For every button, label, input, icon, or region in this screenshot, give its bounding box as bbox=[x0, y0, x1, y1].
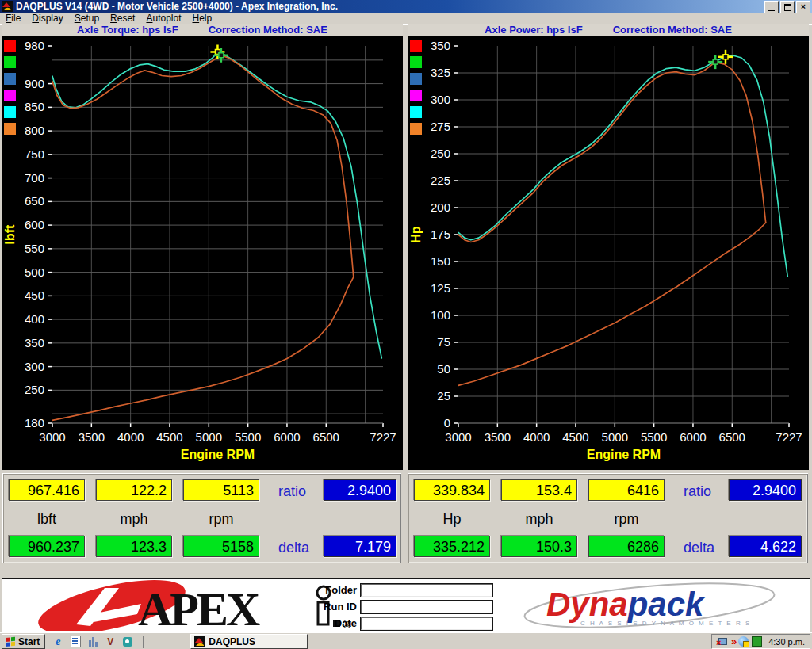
chart-canvas: 1802503003504004505005506006507007508008… bbox=[2, 36, 403, 470]
menu-bar: FileDisplaySetupResetAutoplotHelp bbox=[0, 13, 812, 25]
delta-label: delta bbox=[684, 540, 714, 556]
x-tick-label: 7227 bbox=[370, 430, 396, 444]
windows-logo-icon bbox=[5, 636, 16, 647]
torque-readout-panel: 967.416122.25113960.237123.35158lbftmphr… bbox=[2, 473, 401, 563]
menu-item-reset[interactable]: Reset bbox=[105, 13, 140, 24]
date-input[interactable] bbox=[361, 617, 492, 630]
channel-color-swatch-0[interactable] bbox=[410, 40, 422, 52]
y-tick-label: 550 bbox=[25, 242, 44, 255]
delta-value: 7.179 bbox=[324, 536, 396, 557]
x-tick-label: 7227 bbox=[776, 430, 802, 444]
secondary-value-rpm: 5158 bbox=[183, 536, 259, 557]
x-tick-label: 3000 bbox=[39, 430, 65, 444]
x-tick-label: 4000 bbox=[523, 430, 550, 444]
channel-color-swatch-3[interactable] bbox=[4, 90, 16, 101]
channel-color-swatch-3[interactable] bbox=[410, 90, 422, 101]
channel-color-swatch-4[interactable] bbox=[4, 106, 16, 118]
chart-canvas: 0255075100125150175200225250275300325350… bbox=[408, 36, 809, 470]
task-button-label: DAQPLUS bbox=[209, 636, 255, 647]
dynapack-pack: pack bbox=[627, 586, 706, 623]
app-icon bbox=[2, 1, 13, 12]
folder-input[interactable] bbox=[361, 584, 492, 597]
restore-button[interactable] bbox=[780, 1, 795, 13]
x-tick-label: 3500 bbox=[485, 430, 511, 444]
y-tick-label: 600 bbox=[25, 218, 44, 231]
ratio-label: ratio bbox=[278, 483, 306, 500]
torque-chart-header: Axle Torque: hps IsF Correction Method: … bbox=[2, 24, 403, 36]
channel-color-swatch-4[interactable] bbox=[410, 106, 422, 118]
dynapack-tagline: C H A S S I S D Y N A M O M E T E R S bbox=[580, 620, 751, 627]
unit-label-rpm: rpm bbox=[588, 511, 665, 528]
y-tick-label: 75 bbox=[437, 335, 450, 349]
channels-icon[interactable] bbox=[86, 636, 99, 648]
daqplus-icon bbox=[194, 636, 205, 647]
network-disconnected-icon[interactable]: × bbox=[717, 637, 728, 647]
channel-color-swatch-1[interactable] bbox=[410, 56, 422, 68]
primary-value-mph: 153.4 bbox=[501, 479, 577, 501]
menu-item-file[interactable]: File bbox=[0, 13, 26, 24]
torque-correction-label: Correction Method: SAE bbox=[209, 24, 327, 36]
clock[interactable]: 4:30 p.m. bbox=[768, 637, 805, 647]
menu-item-display[interactable]: Display bbox=[26, 13, 68, 24]
channel-color-swatch-2[interactable] bbox=[410, 73, 422, 85]
channel-color-swatch-0[interactable] bbox=[4, 40, 16, 52]
system-tray: × » 4:30 p.m. bbox=[711, 634, 810, 649]
secondary-value-mph: 150.3 bbox=[501, 536, 577, 557]
torque-chart-title: Axle Torque: hps IsF bbox=[77, 24, 178, 36]
y-tick-label: 25 bbox=[437, 389, 450, 403]
y-tick-label: 400 bbox=[25, 312, 44, 326]
channel-color-swatch-5[interactable] bbox=[410, 123, 422, 135]
status-square-icon[interactable] bbox=[752, 636, 762, 647]
start-button[interactable]: Start bbox=[2, 634, 45, 649]
globe-alert-icon[interactable] bbox=[738, 636, 749, 647]
y-tick-label: 900 bbox=[25, 77, 44, 90]
unit-label-rpm: rpm bbox=[183, 511, 259, 528]
y-tick-label: 275 bbox=[431, 120, 450, 133]
channel-color-swatch-5[interactable] bbox=[4, 123, 16, 135]
menu-item-help[interactable]: Help bbox=[187, 13, 218, 24]
run-id-input[interactable] bbox=[361, 601, 492, 613]
close-button[interactable]: × bbox=[796, 1, 810, 13]
menu-item-setup[interactable]: Setup bbox=[69, 13, 105, 24]
minimize-button[interactable] bbox=[764, 1, 779, 13]
x-axis-title: Engine RPM bbox=[587, 448, 661, 461]
power-plot-area[interactable]: 0255075100125150175200225250275300325350… bbox=[408, 36, 809, 470]
x-axis-title: Engine RPM bbox=[181, 448, 255, 461]
restore-icon bbox=[784, 4, 791, 11]
y-axis-title: Hp bbox=[409, 226, 423, 243]
window-title: DAQPLUS V14 (4WD - Motor Vehicle 2500+40… bbox=[16, 1, 338, 12]
power-rundown-orange-curve bbox=[458, 223, 766, 385]
torque-plot-area[interactable]: 1802503003504004505005506006507007508008… bbox=[2, 36, 403, 470]
channel-color-swatch-1[interactable] bbox=[4, 56, 16, 68]
y-tick-label: 850 bbox=[25, 100, 44, 113]
unit-label-mph: mph bbox=[501, 511, 577, 528]
apexi-logo: APEX ® bbox=[21, 580, 362, 631]
x-tick-label: 6000 bbox=[680, 430, 706, 444]
x-tick-label: 5500 bbox=[235, 430, 261, 444]
app-window: DAQPLUS V14 (4WD - Motor Vehicle 2500+40… bbox=[0, 0, 812, 649]
y-tick-label: 180 bbox=[25, 416, 44, 429]
channel-color-swatch-2[interactable] bbox=[4, 73, 16, 85]
internet-explorer-icon[interactable]: e bbox=[52, 636, 64, 648]
field-label: Date bbox=[312, 617, 357, 629]
compose-document-icon[interactable] bbox=[69, 636, 82, 648]
primary-value-lbft: 967.416 bbox=[9, 479, 85, 501]
secondary-value-mph: 123.3 bbox=[96, 536, 172, 557]
channel-legend bbox=[4, 40, 17, 139]
x-tick-label: 4500 bbox=[562, 430, 588, 444]
svg-text:Dynapack: Dynapack bbox=[546, 586, 706, 623]
y-tick-label: 450 bbox=[25, 288, 44, 302]
messenger-icon[interactable] bbox=[121, 636, 134, 648]
daqplus-task-button[interactable]: DAQPLUS bbox=[190, 634, 308, 649]
y-tick-label: 800 bbox=[25, 124, 44, 137]
menu-item-autoplot[interactable]: Autoplot bbox=[140, 13, 186, 24]
quick-launch: e V bbox=[52, 636, 134, 648]
minimize-icon bbox=[768, 10, 775, 11]
fast-forward-icon[interactable]: » bbox=[731, 636, 735, 647]
x-tick-label: 3000 bbox=[445, 430, 471, 444]
pen-tool-icon[interactable]: V bbox=[104, 636, 117, 648]
torque-chart-panel: Axle Torque: hps IsF Correction Method: … bbox=[2, 24, 403, 469]
ratio-value: 2.9400 bbox=[324, 479, 396, 501]
field-row-folder: Folder bbox=[312, 583, 492, 597]
field-row-date: Date bbox=[312, 617, 492, 630]
